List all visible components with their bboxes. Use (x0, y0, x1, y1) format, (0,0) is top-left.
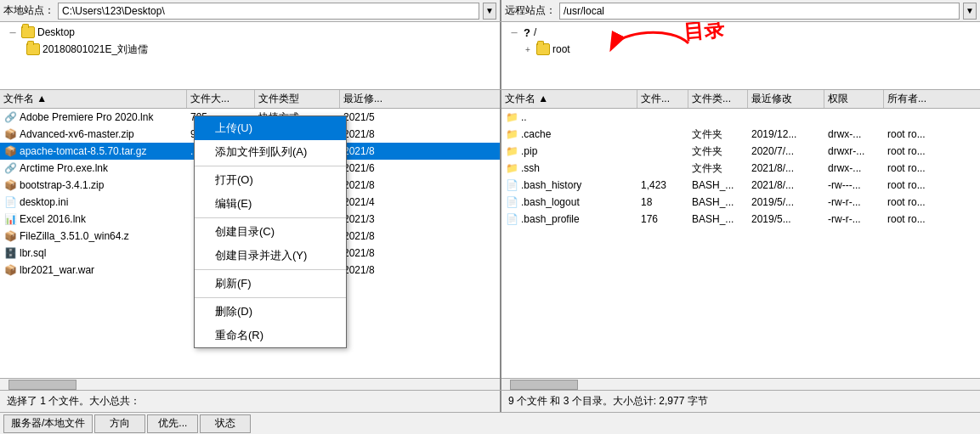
file-cell-type: BASH_... (688, 194, 748, 211)
col-owner-right[interactable]: 所有者... (884, 90, 980, 108)
app-window: 本地站点： ▼ 远程站点： ▼ ─ Desktop 20180801021E_刘… (0, 0, 980, 434)
table-row[interactable]: 📄 .bash_history 1,423 BASH_... 2021/8/..… (501, 177, 980, 194)
table-row[interactable]: 📁 .pip 文件夹 2020/7/... drwxr-... root ro.… (501, 143, 980, 160)
file-cell-size: 18 (637, 194, 688, 211)
table-row[interactable]: 📁 .ssh 文件夹 2021/8/... drwx-... root ro..… (501, 160, 980, 177)
context-menu-mkdir[interactable]: 创建目录(C) (195, 220, 346, 244)
remote-hscroll-bar[interactable] (501, 379, 980, 390)
remote-status-text: 9 个文件 和 3 个目录。大小总计: 2,977 字节 (508, 394, 708, 409)
file-cell-date: 2021/3 (340, 211, 500, 228)
table-row[interactable]: 📄 .bash_profile 176 BASH_... 2019/5... -… (501, 211, 980, 228)
col-size-right[interactable]: 文件... (637, 90, 688, 108)
table-row[interactable]: 📁 .cache 文件夹 2019/12... drwx-... root ro… (501, 126, 980, 143)
col-date-left[interactable]: 最近修... (340, 90, 500, 108)
remote-site-label: 远程站点： (505, 3, 556, 18)
col-type-right[interactable]: 文件类... (688, 90, 748, 108)
col-date-right[interactable]: 最近修改 (748, 90, 824, 108)
remote-hscroll[interactable] (501, 378, 980, 390)
file-cell-date: 2021/8 (340, 262, 500, 279)
context-menu-open[interactable]: 打开(O) (195, 168, 346, 192)
tree-item-root[interactable]: + root (505, 41, 977, 58)
file-cell-owner (884, 109, 980, 126)
file-cell-name: 📁 .pip (501, 143, 637, 160)
file-type-icon: 📦 (3, 127, 17, 141)
file-cell-date: 2021/8 (340, 126, 500, 143)
file-cell-date: 2019/5... (748, 211, 824, 228)
remote-path-dropdown[interactable]: ▼ (963, 3, 977, 20)
file-type-icon: 📊 (3, 212, 17, 226)
file-cell-size (637, 109, 688, 126)
file-cell-type: 文件夹 (688, 126, 748, 143)
col-type-left[interactable]: 文件类型 (255, 90, 340, 108)
context-menu-delete[interactable]: 删除(D) (195, 300, 346, 324)
direction-btn[interactable]: 方向 (94, 414, 145, 433)
file-type-icon: 📁 (505, 110, 518, 124)
file-cell-name: 📦 apache-tomcat-8.5.70.tar.gz (0, 143, 187, 160)
remote-path-input[interactable] (559, 3, 960, 20)
question-icon: ? (524, 26, 530, 39)
remote-hscroll-thumb[interactable] (510, 380, 578, 390)
tree-item-root-q[interactable]: ─ ? / (505, 24, 977, 41)
priority-btn[interactable]: 优先... (147, 414, 198, 433)
file-cell-date (748, 109, 824, 126)
col-filename-right[interactable]: 文件名 ▲ (501, 90, 637, 108)
local-address-bar: 本地站点： ▼ (0, 0, 501, 21)
tree-item-desktop[interactable]: ─ Desktop (3, 24, 496, 41)
context-menu-rename[interactable]: 重命名(R) (195, 324, 346, 347)
file-cell-name: 📦 FileZilla_3.51.0_win64.z (0, 228, 187, 245)
file-cell-perm: -rw-r-... (824, 194, 884, 211)
col-filename-left[interactable]: 文件名 ▲ (0, 90, 187, 108)
file-cell-owner: root ro... (884, 160, 980, 177)
server-local-btn[interactable]: 服务器/本地文件 (3, 414, 93, 433)
local-path-input[interactable] (58, 3, 479, 20)
file-type-icon: 🗄️ (3, 246, 17, 260)
file-type-icon: 📁 (505, 144, 518, 158)
file-type-icon: 🔗 (3, 110, 17, 124)
remote-col-header: 文件名 ▲ 文件... 文件类... 最近修改 权限 所有者... (501, 90, 980, 109)
context-menu-add-queue[interactable]: 添加文件到队列(A) (195, 140, 346, 164)
col-size-left[interactable]: 文件大... (187, 90, 255, 108)
file-cell-name: 📦 lbr2021_war.war (0, 262, 187, 279)
file-cell-name: 📄 .bash_history (501, 177, 637, 194)
file-type-icon: 📦 (3, 144, 17, 158)
expander-root: + (522, 43, 534, 55)
context-menu-refresh[interactable]: 刷新(F) (195, 272, 346, 296)
remote-status: 9 个文件 和 3 个目录。大小总计: 2,977 字节 (501, 391, 980, 412)
file-cell-size: 1,423 (637, 177, 688, 194)
file-type-icon: 📦 (3, 178, 17, 192)
table-row[interactable]: 📁 .. (501, 109, 980, 126)
file-type-icon: 📁 (505, 161, 518, 175)
file-cell-name: 📄 desktop.ini (0, 194, 187, 211)
local-status-text: 选择了 1 个文件。大小总共： (7, 394, 140, 409)
status-btn[interactable]: 状态 (200, 414, 251, 433)
context-menu-edit[interactable]: 编辑(E) (195, 192, 346, 216)
local-hscroll-bar[interactable] (0, 379, 500, 390)
col-perm-right[interactable]: 权限 (824, 90, 884, 108)
tree-item-subdir[interactable]: 20180801021E_刘迪儒 (3, 41, 496, 58)
address-bars-row: 本地站点： ▼ 远程站点： ▼ (0, 0, 980, 22)
status-bar: 选择了 1 个文件。大小总共： 9 个文件 和 3 个目录。大小总计: 2,97… (0, 390, 980, 412)
local-tree: ─ Desktop 20180801021E_刘迪儒 (0, 22, 501, 89)
file-cell-perm: -rw-r-... (824, 211, 884, 228)
file-cell-name: 📊 Excel 2016.lnk (0, 211, 187, 228)
file-cell-name: 📁 .. (501, 109, 637, 126)
local-hscroll[interactable] (0, 378, 500, 390)
file-cell-size (637, 160, 688, 177)
tree-area: ─ Desktop 20180801021E_刘迪儒 ─ ? / + root (0, 22, 980, 90)
file-cell-name: 📁 .ssh (501, 160, 637, 177)
remote-tree: ─ ? / + root 目录 (501, 22, 980, 89)
local-path-dropdown[interactable]: ▼ (483, 3, 496, 20)
local-hscroll-thumb[interactable] (8, 380, 76, 390)
file-cell-owner: root ro... (884, 194, 980, 211)
remote-file-list[interactable]: 📁 .. 📁 .cache 文件夹 (501, 109, 980, 378)
file-cell-size (637, 126, 688, 143)
context-menu-mkdir-enter[interactable]: 创建目录并进入(Y) (195, 244, 346, 268)
context-menu-upload[interactable]: 上传(U) (195, 116, 346, 140)
file-cell-owner: root ro... (884, 143, 980, 160)
table-row[interactable]: 📄 .bash_logout 18 BASH_... 2019/5/... -r… (501, 194, 980, 211)
tree-label-slash: / (534, 26, 536, 38)
file-cell-name: 📄 .bash_profile (501, 211, 637, 228)
folder-icon-desktop (21, 26, 35, 38)
context-menu-divider-1 (195, 166, 346, 166)
file-panes-row: 文件名 ▲ 文件大... 文件类型 最近修... 🔗 Adobe Premier… (0, 90, 980, 390)
